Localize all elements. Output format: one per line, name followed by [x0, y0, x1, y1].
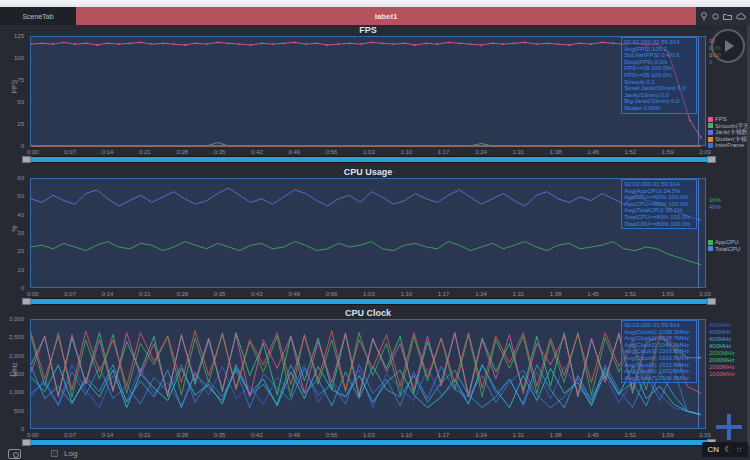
x-tick-label: 1:24 [475, 291, 487, 297]
series-marker [458, 42, 460, 44]
chart-title: CPU Usage [0, 167, 736, 177]
legend-swatch [708, 137, 713, 142]
time-range-slider[interactable] [22, 156, 716, 163]
slider-handle-right[interactable] [707, 156, 716, 163]
series-marker [107, 42, 109, 44]
tooltip-line: Smooth 0.1 [624, 79, 694, 86]
language-indicator[interactable]: CN ☾ ∷ [702, 442, 748, 457]
legend-item[interactable]: TotalCPU [708, 246, 740, 253]
x-tick-label: 0:28 [176, 291, 188, 297]
legend: FPSSmooth(平滑度)Jank(卡顿数)Stutter(卡顿率)Inter… [708, 116, 750, 149]
x-tick-label: 1:59 [662, 149, 674, 155]
x-tick-label: 0:35 [214, 149, 226, 155]
bottom-bar: Log [0, 447, 750, 460]
perf-monitor-window: SceneTab label1 FPS FPS 1251007550250 02… [0, 0, 750, 460]
series-marker [129, 42, 131, 44]
series-marker [272, 43, 274, 45]
series-marker [41, 42, 43, 44]
current-values: 400MHz400MHz400MHz400MHz2000MHz2000MHz20… [709, 322, 735, 378]
series-marker [513, 42, 515, 44]
tooltip-line: TotalCPU<=80% 100.0% [624, 221, 694, 228]
tooltip-line: Avg(Clock1) 1028.7MHz [624, 335, 694, 342]
fps-chart: FPS FPS 1251007550250 02:02.000-01:59.91… [0, 25, 750, 164]
y-tick-label: 100 [14, 55, 26, 61]
pin-icon[interactable] [700, 12, 708, 21]
slider-handle-left[interactable] [22, 439, 31, 446]
series-marker [283, 42, 285, 44]
series-marker [689, 119, 691, 121]
y-tick-label: 2,500 [9, 334, 26, 340]
slider-range[interactable] [31, 157, 707, 162]
tooltip-line: Avg(TotalCPU) 50.1% [624, 207, 694, 214]
legend-label: Smooth(平滑度) [715, 123, 750, 130]
x-tick-label: 2:03 [699, 432, 711, 438]
tooltip-line: Stutter 0.00% [624, 105, 694, 112]
legend-label: TotalCPU [715, 246, 740, 253]
plus-watermark [716, 414, 742, 440]
x-tick-label: 0:14 [102, 291, 114, 297]
slider-handle-left[interactable] [22, 156, 31, 163]
series-marker [371, 42, 373, 44]
series-marker [546, 42, 548, 44]
x-tick-label: 0:21 [139, 149, 151, 155]
tooltip-line: Avg(FPS) 105.2 [624, 46, 694, 53]
x-tick-label: 1:45 [587, 291, 599, 297]
plot-area[interactable]: 02:02.000-01:59.914Avg(Clock0) 1038.3MHz… [30, 319, 706, 429]
screenshot-icon[interactable] [8, 449, 21, 459]
folder-icon[interactable] [723, 13, 732, 20]
x-tick-label: 1:10 [400, 291, 412, 297]
y-tick-label: 25 [17, 121, 26, 127]
x-tick-label: 1:10 [400, 432, 412, 438]
scene-tab[interactable]: SceneTab [0, 7, 76, 25]
record-icon[interactable] [712, 13, 719, 20]
cloud-icon[interactable] [736, 13, 746, 20]
series-marker [382, 42, 384, 44]
series-marker [426, 42, 428, 44]
log-checkbox[interactable] [51, 450, 58, 457]
slider-range[interactable] [31, 440, 707, 445]
current-value: 2000MHz [709, 350, 735, 357]
stats-tooltip: 02:02.000-01:59.914Avg(AppCPU) 24.5%AppC… [621, 179, 697, 229]
plot-area[interactable]: 02:02.000-01:59.914Avg(AppCPU) 24.5%AppC… [30, 178, 706, 288]
series-marker [404, 42, 406, 44]
x-tick-label: 1:31 [512, 432, 524, 438]
series-marker [52, 43, 54, 45]
x-axis-ticks: 0:000:070:140:210:280:350:420:490:561:03… [27, 291, 711, 297]
x-tick-label: 1:10 [400, 149, 412, 155]
legend-item[interactable]: AppCPU [708, 239, 740, 246]
current-value: 40% [709, 204, 721, 211]
legend-item[interactable]: Jank(卡顿数) [708, 129, 750, 136]
legend-swatch [708, 240, 713, 245]
label-banner[interactable]: label1 [76, 7, 696, 25]
slider-handle-right[interactable] [707, 298, 716, 305]
cpu-usage-plot [31, 179, 707, 289]
series-marker [96, 44, 98, 46]
time-range-slider[interactable] [22, 298, 716, 305]
x-tick-label: 1:38 [550, 149, 562, 155]
legend-item[interactable]: FPS [708, 116, 750, 123]
x-tick-label: 0:00 [27, 149, 39, 155]
y-tick-label: 10 [17, 267, 26, 273]
time-range-slider[interactable] [22, 439, 716, 446]
tooltip-line: Big.Jank(/10min) 0.0 [624, 98, 694, 105]
y-tick-label: 0 [21, 143, 26, 149]
chart-title: CPU Clock [0, 308, 736, 318]
legend-item[interactable]: InterFrame [708, 142, 750, 149]
x-tick-label: 1:52 [625, 432, 637, 438]
series-marker [239, 43, 241, 45]
series-marker [612, 42, 614, 44]
series-marker [74, 43, 76, 45]
top-bar: SceneTab label1 [0, 7, 750, 25]
legend-item[interactable]: Stutter(卡顿率) [708, 136, 750, 143]
play-button-watermark [711, 29, 745, 63]
slider-range[interactable] [31, 299, 707, 304]
slider-handle-left[interactable] [22, 298, 31, 305]
moon-icon: ☾ [724, 445, 731, 454]
y-axis-ticks: 3,0002,5002,0001,5001,0005000 [0, 316, 26, 432]
current-value: 400MHz [709, 322, 735, 329]
x-tick-label: 1:38 [550, 432, 562, 438]
series-marker [250, 44, 252, 46]
legend-item[interactable]: Smooth(平滑度) [708, 123, 750, 130]
plot-area[interactable]: 02:02.000-01:59.914Avg(FPS) 105.2Std.Var… [30, 36, 706, 146]
legend-swatch [708, 246, 713, 251]
